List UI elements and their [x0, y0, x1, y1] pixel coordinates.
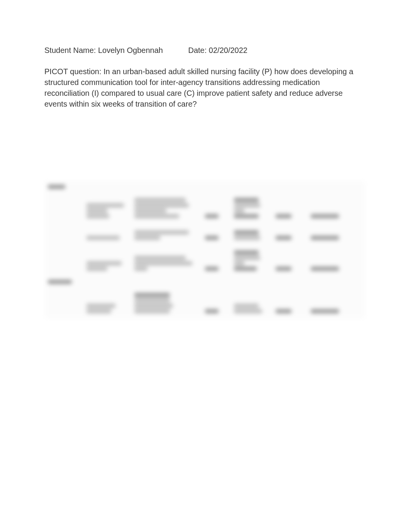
table-row [45, 193, 366, 224]
header-line: Student Name: Lovelyn Ogbennah Date: 02/… [44, 44, 366, 56]
student-name-value: Lovelyn Ogbennah [98, 46, 163, 54]
picot-question: PICOT question: In an urban-based adult … [44, 66, 361, 109]
date-label: Date: [188, 46, 207, 54]
table-row [45, 224, 366, 245]
student-name-label: Student Name: [44, 46, 96, 54]
picot-label: PICOT question: [44, 67, 101, 76]
table-row [45, 245, 366, 276]
table-section-row [45, 276, 366, 288]
table-section-row [45, 181, 366, 193]
table-row [45, 288, 366, 319]
date-value: 02/20/2022 [209, 46, 247, 54]
blurred-evidence-table [44, 181, 366, 319]
evidence-table [44, 181, 366, 319]
